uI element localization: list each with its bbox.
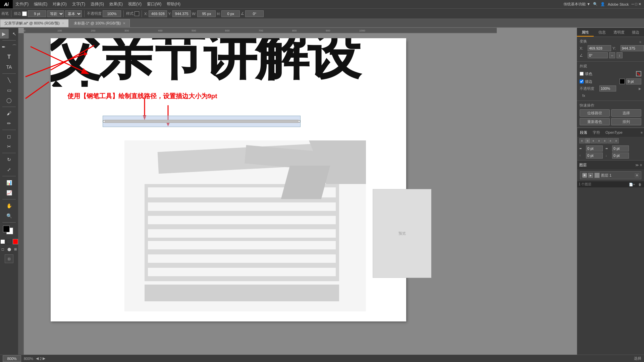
- angle-input[interactable]: [245, 10, 264, 17]
- menu-help[interactable]: 帮助(H): [164, 0, 183, 8]
- delete-layer-btn[interactable]: 🗑: [637, 183, 643, 186]
- tab-properties[interactable]: 属性: [577, 28, 594, 37]
- w-input[interactable]: [197, 10, 216, 17]
- menu-file[interactable]: 文件(F): [13, 0, 31, 8]
- scale-tool[interactable]: ⤢: [4, 165, 14, 174]
- layers-expand[interactable]: ≫: [635, 163, 639, 167]
- indent-left-input[interactable]: [586, 153, 603, 159]
- pen-tool[interactable]: ✒: [0, 42, 9, 52]
- flip-h-btn[interactable]: ↔: [609, 52, 615, 58]
- stroke-type-dropdown[interactable]: 等距: [47, 10, 64, 17]
- tab-0-close[interactable]: ✕: [62, 21, 64, 25]
- stroke-value-input[interactable]: [28, 10, 46, 17]
- menu-effect[interactable]: 效果(E): [107, 0, 125, 8]
- hand-tool[interactable]: ✋: [4, 201, 14, 210]
- stroke-checkbox[interactable]: [580, 79, 584, 83]
- align-center[interactable]: ≡: [585, 138, 590, 143]
- rotate-tool[interactable]: ↻: [4, 155, 14, 164]
- graph-tool[interactable]: 📊: [4, 178, 14, 187]
- mask-mode[interactable]: ⬤: [6, 246, 12, 252]
- canvas-viewport[interactable]: 父亲节讲解设计: [24, 33, 577, 355]
- y-input[interactable]: [172, 10, 191, 17]
- menu-window[interactable]: 窗口(W): [144, 0, 164, 8]
- search-icon[interactable]: 🔍: [593, 2, 598, 6]
- normal-mode[interactable]: ◻: [0, 246, 5, 252]
- para-collapse[interactable]: ≡: [641, 131, 643, 134]
- tab-info[interactable]: 信息: [594, 28, 610, 37]
- add-layer-btn[interactable]: 📄+: [628, 183, 636, 186]
- layer-1-expand[interactable]: ▶: [588, 173, 593, 178]
- direct-select-tool[interactable]: ↖: [9, 29, 19, 39]
- angle-panel-input[interactable]: [588, 52, 608, 58]
- tab-character[interactable]: 字符: [590, 128, 603, 137]
- stroke-toggle[interactable]: [6, 239, 12, 244]
- artboard-mode[interactable]: ⊞: [13, 246, 18, 252]
- arrange-btn[interactable]: 排列: [611, 118, 641, 125]
- layer-1-visibility[interactable]: 👁: [582, 173, 587, 178]
- zoom-input[interactable]: [3, 355, 21, 362]
- menu-view[interactable]: 视图(V): [125, 0, 144, 8]
- align-right[interactable]: ≡: [591, 138, 596, 143]
- data-tool[interactable]: 📈: [4, 188, 14, 197]
- transform-more[interactable]: ≡: [639, 40, 641, 44]
- fill-toggle[interactable]: [0, 239, 5, 244]
- align-justify-last-left[interactable]: ≡: [602, 138, 607, 143]
- recolor-btn[interactable]: 重新着色: [580, 118, 610, 125]
- opacity-input[interactable]: [103, 10, 121, 17]
- scissors-tool[interactable]: ✂: [4, 142, 14, 151]
- align-justify-all[interactable]: ≡: [613, 138, 619, 143]
- opacity-panel-input[interactable]: [599, 85, 616, 92]
- tab-paragraph[interactable]: 段落: [577, 128, 590, 137]
- layer-1-row[interactable]: 👁 ▶ 图层 1: [580, 171, 641, 179]
- tab-stroke-panel[interactable]: 描边: [627, 28, 644, 37]
- none-toggle[interactable]: [13, 239, 18, 244]
- h-input[interactable]: [221, 10, 240, 17]
- select-tool[interactable]: ▶: [0, 29, 9, 39]
- user-icon[interactable]: 👤: [600, 2, 605, 6]
- selected-line-path[interactable]: [103, 116, 301, 127]
- tab-opentype[interactable]: OpenType: [603, 128, 625, 137]
- stroke-preset-dropdown[interactable]: 基本: [65, 10, 82, 17]
- fill-swatch[interactable]: [636, 71, 641, 76]
- canvas-area[interactable]: 0 100 200 300 400 500 600 700 800 900 10…: [18, 28, 577, 355]
- align-justify-last-center[interactable]: ≡: [608, 138, 613, 143]
- align-left[interactable]: ≡: [579, 138, 585, 143]
- stroke-color-preview[interactable]: [22, 11, 27, 16]
- page-next[interactable]: ▶: [43, 356, 45, 361]
- text-tool[interactable]: T: [4, 52, 14, 62]
- stroke-swatch[interactable]: [620, 79, 625, 84]
- after-spacing-input[interactable]: [612, 145, 629, 152]
- layers-menu[interactable]: ≡: [640, 163, 642, 167]
- foreground-color-box[interactable]: [3, 226, 10, 232]
- line-tool[interactable]: ╲: [4, 75, 14, 85]
- style-preview[interactable]: [135, 11, 139, 16]
- tab-1-close[interactable]: ✕: [123, 21, 125, 25]
- artboard-tool[interactable]: ⊡: [5, 254, 13, 263]
- tab-1[interactable]: 未标题-1* @ 100% (RGB/预) ✕: [69, 19, 130, 27]
- tab-transparency[interactable]: 透明度: [610, 28, 627, 37]
- menu-edit[interactable]: 编辑(E): [31, 0, 50, 8]
- rectangle-tool[interactable]: ▭: [4, 85, 14, 95]
- layer-1-target[interactable]: [635, 173, 639, 177]
- stroke-size-input[interactable]: [626, 78, 641, 84]
- fill-checkbox[interactable]: [580, 72, 584, 76]
- touch-type-tool[interactable]: TA: [4, 62, 14, 72]
- opacity-arrow[interactable]: ▶: [639, 87, 641, 90]
- pencil-tool[interactable]: ✏: [4, 119, 14, 128]
- eraser-tool[interactable]: ◻: [4, 132, 14, 141]
- zoom-tool[interactable]: 🔍: [4, 211, 14, 221]
- offset-path-btn[interactable]: 位移路径: [580, 109, 610, 117]
- menu-text[interactable]: 文字(T): [69, 0, 88, 8]
- flip-v-btn[interactable]: ↕: [616, 52, 623, 58]
- curvature-tool[interactable]: ⌒: [9, 42, 19, 52]
- menu-select[interactable]: 选择(S): [88, 0, 107, 8]
- ellipse-tool[interactable]: ◯: [4, 96, 14, 105]
- menu-object[interactable]: 对象(O): [50, 0, 69, 8]
- x-input[interactable]: [149, 10, 167, 17]
- paintbrush-tool[interactable]: 🖌: [4, 109, 14, 118]
- page-prev[interactable]: ◀: [36, 356, 39, 361]
- tab-0[interactable]: 父亲节讲解.ai* @ 800% (RGB/预) ✕: [0, 19, 69, 27]
- before-spacing-input[interactable]: [586, 145, 603, 152]
- y-panel-input[interactable]: [621, 45, 644, 51]
- indent-right-input[interactable]: [612, 153, 629, 159]
